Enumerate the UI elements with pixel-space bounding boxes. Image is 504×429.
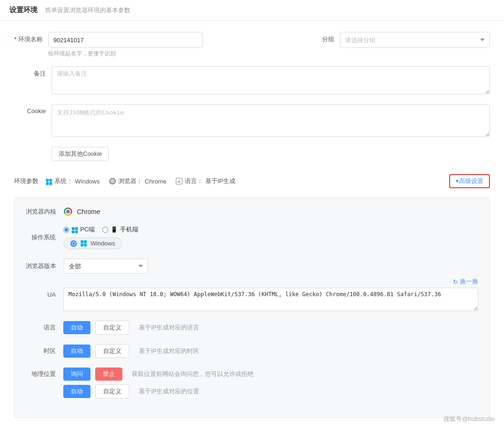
ua-label: UA bbox=[26, 288, 63, 298]
advanced-panel: 浏览器内核 Chrome 操作系统 bbox=[14, 198, 490, 418]
lang-param: A 语言： 基于IP生成 bbox=[176, 177, 235, 185]
timezone-auto-button[interactable]: 自动 bbox=[63, 345, 90, 358]
lang-row-label: 语言 bbox=[26, 323, 63, 332]
lang-row: 语言 自动 自定义 基于IP生成对应的语言 bbox=[26, 321, 478, 335]
main-content: 环境名称 给环境起名字，更便于识别 分组 请选择分组 备注 bbox=[0, 21, 504, 429]
geo-label: 地理位置 bbox=[26, 370, 63, 378]
advanced-settings-button[interactable]: ▾高级设置 bbox=[449, 174, 490, 188]
geo-custom-button[interactable]: 自定义 bbox=[95, 384, 129, 398]
windows-icon bbox=[46, 177, 52, 184]
cookie-input[interactable] bbox=[52, 104, 490, 137]
os-radio-group: PC端 📱 手机端 bbox=[63, 225, 138, 234]
geo-sub-hint: 基于IP生成对应的位置 bbox=[139, 387, 199, 396]
system-param: 系统： Windows bbox=[46, 177, 100, 185]
circle-icon bbox=[109, 178, 116, 184]
browser-value: Chrome bbox=[145, 178, 166, 185]
refresh-ua-button[interactable]: ↻ 换一换 bbox=[453, 277, 478, 286]
timezone-hint: 基于IP生成对应的时区 bbox=[139, 347, 199, 355]
os-row: 操作系统 PC端 bbox=[26, 225, 478, 249]
browser-version-select[interactable]: 全部 bbox=[64, 259, 148, 274]
os-mobile-radio[interactable] bbox=[102, 227, 108, 233]
geo-sub-control: 自动 自定义 基于IP生成对应的位置 bbox=[63, 384, 199, 398]
os-control: PC端 📱 手机端 Windows bbox=[63, 225, 138, 249]
env-params-bar: 环境参数 系统： Windows 浏览器： Chrome A 语言： 基于I bbox=[14, 169, 490, 193]
chrome-logo-icon bbox=[64, 207, 72, 216]
env-name-control: 给环境起名字，更便于识别 bbox=[48, 32, 248, 58]
windows-icon-sm bbox=[72, 226, 78, 233]
group-control: 请选择分组 bbox=[340, 32, 490, 48]
lang-control: 自动 自定义 基于IP生成对应的语言 bbox=[63, 321, 199, 335]
lang-icon: A bbox=[176, 178, 182, 184]
add-cookie-button[interactable]: 添加其他Cookie bbox=[52, 147, 109, 161]
geo-main-control: 询问 禁止 获取位置前网站会询问您，您可以允许或拒绝 bbox=[63, 368, 254, 381]
os-pc-option[interactable]: PC端 bbox=[63, 225, 95, 234]
os-sub-value: Windows bbox=[90, 240, 115, 247]
timezone-label: 时区 bbox=[26, 347, 63, 355]
env-name-hint: 给环境起名字，更便于识别 bbox=[48, 50, 248, 58]
geo-auto-button[interactable]: 自动 bbox=[63, 385, 90, 398]
lang-custom-button[interactable]: 自定义 bbox=[95, 321, 129, 335]
browser-core-row: 浏览器内核 Chrome bbox=[26, 207, 478, 216]
page-subtitle: 简单设置浏览器环境的基本参数 bbox=[45, 6, 130, 15]
page-header: 设置环境 简单设置浏览器环境的基本参数 bbox=[0, 0, 504, 21]
win-logo-icon bbox=[46, 179, 52, 185]
timezone-custom-button[interactable]: 自定义 bbox=[95, 344, 129, 358]
os-sub-pill: Windows bbox=[63, 237, 122, 249]
geo-deny-button[interactable]: 禁止 bbox=[95, 368, 122, 381]
note-input[interactable] bbox=[52, 66, 490, 94]
timezone-row: 时区 自动 自定义 基于IP生成对应的时区 bbox=[26, 344, 478, 358]
cookie-row: Cookie bbox=[14, 104, 490, 138]
lang-label: 语言： bbox=[185, 177, 203, 185]
browser-label: 浏览器： bbox=[118, 177, 143, 185]
group-col: 分组 请选择分组 bbox=[257, 32, 490, 48]
os-label: 操作系统 bbox=[26, 233, 63, 242]
env-name-col: 环境名称 给环境起名字，更便于识别 bbox=[14, 32, 248, 58]
watermark: 搜狐号@hubstudio bbox=[444, 415, 495, 423]
add-cookie-row: 添加其他Cookie bbox=[52, 147, 490, 161]
refresh-row: ↻ 换一换 bbox=[26, 277, 478, 286]
ua-input[interactable]: Mozilla/5.0 (Windows NT 10.0; WOW64) App… bbox=[63, 288, 478, 311]
env-name-input[interactable] bbox=[48, 32, 203, 48]
browser-version-control: 全部 bbox=[64, 259, 148, 274]
os-mobile-label: 手机端 bbox=[120, 225, 138, 234]
browser-param: 浏览器： Chrome bbox=[109, 177, 166, 185]
browser-core-value: Chrome bbox=[77, 208, 100, 215]
lang-auto-button[interactable]: 自动 bbox=[63, 321, 90, 334]
phone-icon: 📱 bbox=[111, 226, 118, 233]
geo-row: 地理位置 询问 禁止 获取位置前网站会询问您，您可以允许或拒绝 自动 自定义 基… bbox=[26, 368, 478, 398]
cookie-control bbox=[52, 104, 490, 138]
ua-row: UA Mozilla/5.0 (Windows NT 10.0; WOW64) … bbox=[26, 288, 478, 311]
browser-core-control: Chrome bbox=[64, 207, 100, 216]
geo-ask-button[interactable]: 询问 bbox=[63, 368, 90, 381]
name-group-row: 环境名称 给环境起名字，更便于识别 分组 请选择分组 bbox=[14, 32, 490, 58]
timezone-control: 自动 自定义 基于IP生成对应的时区 bbox=[63, 344, 199, 358]
os-mobile-option[interactable]: 📱 手机端 bbox=[102, 225, 138, 234]
browser-version-label: 浏览器版本 bbox=[26, 262, 64, 270]
note-control bbox=[52, 66, 490, 96]
lang-hint: 基于IP生成对应的语言 bbox=[139, 323, 199, 332]
geo-hint: 获取位置前网站会询问您，您可以允许或拒绝 bbox=[132, 370, 254, 378]
system-value: Windows bbox=[75, 178, 100, 185]
geo-main-row: 地理位置 询问 禁止 获取位置前网站会询问您，您可以允许或拒绝 bbox=[26, 368, 254, 381]
os-pc-label: PC端 bbox=[80, 225, 95, 234]
lang-value: 基于IP生成 bbox=[205, 177, 235, 185]
note-label: 备注 bbox=[14, 66, 52, 78]
group-select[interactable]: 请选择分组 bbox=[340, 32, 490, 48]
refresh-icon: ↻ bbox=[453, 278, 458, 285]
browser-version-row: 浏览器版本 全部 bbox=[26, 259, 478, 274]
group-label: 分组 bbox=[321, 32, 340, 44]
system-label: 系统： bbox=[54, 177, 73, 185]
geo-sub-row: 自动 自定义 基于IP生成对应的位置 bbox=[26, 384, 199, 398]
windows-logo-pill-icon bbox=[81, 240, 87, 246]
os-radio-dot-icon bbox=[70, 240, 77, 247]
page-title: 设置环境 bbox=[9, 6, 38, 15]
os-pc-radio[interactable] bbox=[63, 227, 69, 233]
env-params-label: 环境参数 bbox=[14, 177, 38, 185]
note-row: 备注 bbox=[14, 66, 490, 96]
env-name-label: 环境名称 bbox=[14, 32, 48, 44]
browser-core-label: 浏览器内核 bbox=[26, 207, 64, 216]
refresh-label: 换一换 bbox=[460, 277, 478, 286]
cookie-label: Cookie bbox=[14, 104, 52, 115]
